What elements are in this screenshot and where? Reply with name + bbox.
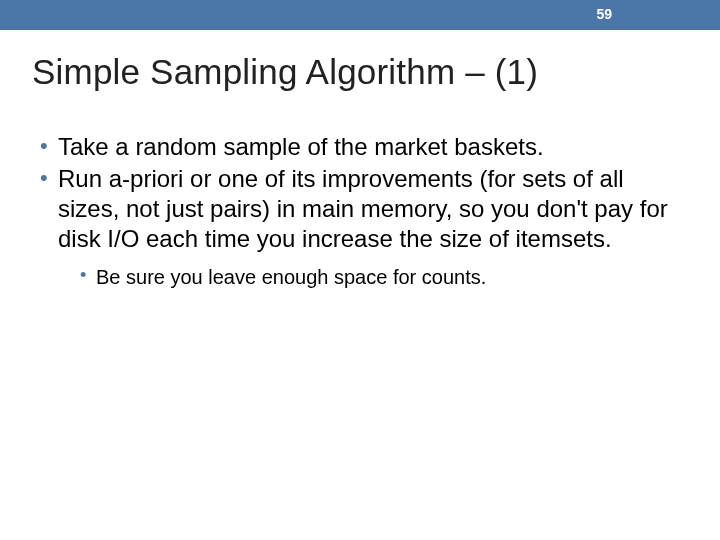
slide-content: Take a random sample of the market baske… [40, 132, 680, 290]
bullet-text: Run a-priori or one of its improvements … [58, 165, 668, 252]
list-item: Run a-priori or one of its improvements … [40, 164, 680, 290]
bullet-text: Take a random sample of the market baske… [58, 133, 544, 160]
bullet-text: Be sure you leave enough space for count… [96, 266, 486, 288]
bullet-list: Take a random sample of the market baske… [40, 132, 680, 290]
list-item: Take a random sample of the market baske… [40, 132, 680, 162]
slide-title: Simple Sampling Algorithm – (1) [32, 52, 720, 92]
list-item: Be sure you leave enough space for count… [80, 264, 680, 290]
slide-number: 59 [596, 6, 612, 22]
sub-bullet-list: Be sure you leave enough space for count… [80, 264, 680, 290]
header-bar: 59 [0, 0, 720, 30]
